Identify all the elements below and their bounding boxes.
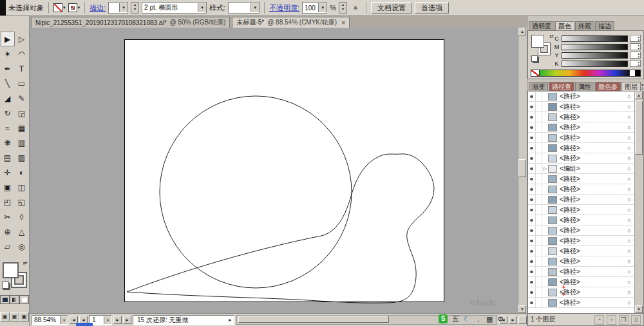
layer-row[interactable]: <路径> ○ [528,277,634,287]
hand-tool[interactable]: ▱ [1,239,15,254]
visibility-toggle[interactable] [528,184,536,194]
target-icon[interactable]: ○ [624,197,634,203]
document-setup-button[interactable]: 文档设置 [371,2,412,14]
layer-label[interactable]: <路径> [560,144,624,153]
layer-row[interactable]: <路径> ○ [528,205,634,215]
chevron-down-icon[interactable]: ▾ [198,3,206,12]
layer-label[interactable]: <路径> [560,236,624,245]
canvas-area[interactable]: n.baidu [30,28,518,313]
live-paint-bucket-tool[interactable]: ▣ [1,180,15,195]
chevron-down-icon[interactable]: ▾ [119,3,128,12]
layer-label[interactable]: <路径> [560,195,624,204]
input-mode-icon[interactable]: 五 [452,314,459,323]
target-icon[interactable]: ○ [624,93,634,100]
full-screen-menu-mode-button[interactable]: ▣ [10,312,19,321]
scissors-tool[interactable]: ✂ [1,209,15,224]
visibility-toggle[interactable] [528,256,536,266]
target-icon[interactable]: ○ [624,300,634,306]
chevron-down-icon[interactable]: ▾ [78,5,80,10]
layer-label[interactable]: <路径> [560,278,624,287]
graph-tool[interactable]: ▥ [15,135,29,150]
target-icon[interactable]: ○ [624,279,634,285]
pencil-tool[interactable]: ✎ [15,91,29,106]
lock-toggle[interactable] [536,225,542,235]
layer-label[interactable]: <路径> [560,123,624,132]
full-screen-mode-button[interactable]: ▣ [19,312,29,321]
layer-row[interactable]: <路径> ○ [528,225,634,236]
target-icon[interactable]: ○ [624,166,634,172]
paintbrush-tool[interactable]: ◢ [1,91,15,106]
layers-scroll-track[interactable] [635,99,643,305]
visibility-toggle[interactable] [528,298,536,307]
chevron-down-icon[interactable]: ▾ [104,316,111,324]
opacity-combo[interactable]: 100 ▾ [302,2,327,14]
target-icon[interactable]: ○ [624,248,634,254]
visibility-toggle[interactable] [528,174,536,184]
panel-tab[interactable]: 颜色参 [595,82,621,91]
scroll-up-icon[interactable]: ▲ [518,28,526,35]
stroke-color-swatch[interactable]: ▾ [68,3,80,12]
visibility-toggle[interactable] [528,164,536,173]
layer-label[interactable]: <路径> [560,113,624,122]
panel-tab[interactable]: 透明度 [529,21,554,30]
lock-toggle[interactable] [536,298,542,307]
ime-settings-icon[interactable]: ⚙ [497,314,504,323]
layer-row[interactable]: <路径> ○ [528,184,634,195]
chevron-down-icon[interactable]: ▾ [60,316,68,324]
lasso-tool[interactable]: ◠ [15,46,29,61]
opacity-spinner[interactable]: ▴▾ [339,2,347,14]
close-icon[interactable]: × [341,19,345,26]
mesh-tool[interactable]: ▤ [1,150,15,165]
channel-slider[interactable] [562,52,628,59]
vertical-scroll-thumb[interactable] [518,159,526,177]
color-spectrum[interactable] [540,70,630,77]
layer-row[interactable]: ▷ <编组> ○ [528,164,634,174]
layers-scroll-thumb[interactable] [635,101,643,155]
lock-toggle[interactable] [536,246,542,256]
fill-color-swatch[interactable]: ▾ [53,3,66,12]
channel-slider[interactable] [562,35,628,42]
panel-tab[interactable]: 外观 [575,21,594,30]
lock-toggle[interactable] [536,91,542,101]
magic-wand-tool[interactable]: ✶ [1,46,15,61]
none-mode-button[interactable] [19,295,29,304]
visibility-toggle[interactable] [528,133,536,142]
target-icon[interactable]: ○ [624,269,634,275]
channel-value-spinner[interactable]: ▴▾ [630,60,641,67]
visibility-toggle[interactable] [528,277,536,287]
scroll-up-icon[interactable]: ▲ [635,91,643,99]
visibility-toggle[interactable] [528,225,536,235]
warp-tool[interactable]: ≈ [1,120,15,135]
layer-row[interactable]: <路径> ○ [528,246,634,256]
channel-slider[interactable] [562,44,628,50]
layer-label[interactable]: <编组> [560,164,624,173]
panel-tab[interactable]: 图层 [621,82,641,91]
target-icon[interactable]: ○ [624,135,634,141]
target-icon[interactable]: ○ [624,207,634,213]
swap-fill-stroke-icon[interactable]: ⇄ [549,34,554,39]
punctuation-icon[interactable]: ， [475,314,482,323]
visibility-toggle[interactable] [528,267,536,276]
lock-toggle[interactable] [536,153,542,163]
scroll-down-icon[interactable]: ▼ [635,305,643,313]
stroke-weight-combo[interactable]: ▾ [108,2,128,14]
panel-tab[interactable]: 路径查 [549,82,574,91]
layer-row[interactable]: <路径> ○ [528,236,634,246]
slice-tool[interactable]: ◱ [15,195,29,209]
line-segment-tool[interactable]: ╲ [1,76,15,91]
expand-icon[interactable]: ▷ [542,166,548,171]
layers-scrollbar[interactable]: ▲ ▼ [634,91,643,313]
stroke-weight-spinner[interactable]: ▴▾ [131,2,139,14]
lock-toggle[interactable] [536,256,542,266]
last-page-button[interactable]: ► [123,316,131,324]
chevron-down-icon[interactable]: ▾ [251,3,259,12]
layer-row[interactable]: <路径> ○ [528,267,634,277]
lock-toggle[interactable] [536,102,542,111]
reshape-tool[interactable]: △ [15,224,29,239]
document-tab-2[interactable]: 未标题-5* @ 88.54% (CMYK/轮廓) × [232,17,350,28]
visibility-toggle[interactable] [528,153,536,163]
pen-tool[interactable]: ✒ [1,61,15,76]
scroll-down-icon[interactable]: ▼ [518,305,526,313]
blend-tool[interactable]: ◐ [15,165,29,180]
panel-tab[interactable]: 颜色 [555,21,574,30]
